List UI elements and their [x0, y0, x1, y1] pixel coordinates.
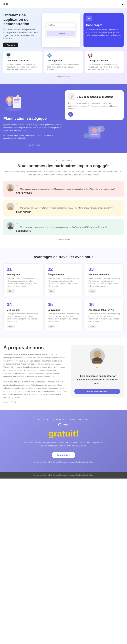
phone-nav-label: Best Chats	[47, 24, 75, 26]
hero-right-text: Duis aute irure dolor in reprehenderit i…	[86, 28, 121, 36]
svg-point-17	[8, 188, 13, 192]
svg-rect-24	[94, 358, 101, 361]
footer: Sample text. Click to Edit the text. Cli…	[0, 472, 127, 478]
card-dev: ⚙️ Développement Duis aute irure dolor i…	[44, 51, 83, 73]
pricing-cta-button[interactable]: Commencez!	[52, 452, 75, 458]
plus-icon: +	[70, 113, 71, 116]
advantages-section: Avantages de travailler avec nous 01 Hau…	[0, 248, 127, 338]
advantage-card-1: 01 Haute qualité Lorem ipsum dolor conse…	[4, 264, 42, 296]
about-right: ❝ I help companies tincidunt tortor aliq…	[71, 345, 123, 403]
footer-text: Sample text. Click to Edit the text. Cli…	[4, 474, 123, 476]
pricing-text: Duis aute irure dolor in reprehenderit i…	[21, 441, 106, 448]
strategic-illustration	[4, 90, 25, 112]
app-store-button[interactable]: App Store	[4, 42, 18, 47]
advantage-title-5: Nouveautés	[48, 309, 80, 311]
advantages-grid: 01 Haute qualité Lorem ipsum dolor conse…	[4, 264, 123, 332]
avatar-3	[7, 222, 14, 230]
svg-point-6	[7, 97, 12, 102]
navbar: logo ≡	[0, 0, 127, 8]
testimonial-card-2: ❝ "Orci varius nunc. Quisque ut diam vel…	[4, 200, 123, 216]
quote-icon-3: ❝	[16, 222, 18, 226]
linkedin-button[interactable]: Prenez-moi sur LinkedIn	[74, 389, 120, 394]
hero-text: Duis aute irure dolor in reprehenderit i…	[4, 28, 38, 40]
card-web-title: Création de sites web	[6, 59, 39, 62]
svg-rect-9	[17, 98, 19, 101]
svg-rect-13	[91, 134, 98, 135]
advantage-text-4: Lorem ipsum dolor consectetur adipiscing…	[7, 312, 39, 323]
advantage-num-5: 05	[48, 302, 80, 307]
purple-left: Planification stratégique Quisque sit am…	[4, 90, 62, 146]
app-store-label: App Store	[7, 44, 15, 46]
avatar-1	[7, 184, 14, 192]
card-dev-title: Développement	[47, 59, 80, 62]
advantage-num-1: 01	[7, 266, 39, 272]
suite-btn-5[interactable]: Suite	[48, 325, 56, 328]
cards-freepik-label: Image de Freepik	[4, 75, 123, 78]
about-card: ❝ I help companies tincidunt tortor aliq…	[71, 345, 123, 398]
advantages-title: Avantages de travailler avec nous	[4, 255, 123, 259]
about-freepik: Image de Freepik	[4, 401, 67, 403]
pricing-title: C'est	[4, 422, 123, 428]
svg-point-14	[98, 126, 105, 132]
advantage-card-4: 04 Meilleur prix Lorem ipsum dolor conse…	[4, 299, 42, 332]
app-illustration	[81, 122, 108, 142]
app-dev-card-text: Développez une application à la demande …	[68, 102, 120, 110]
app-dev-card-icon: 💡	[68, 93, 75, 100]
hero-left: Obtenez une application de démonstration…	[4, 13, 38, 47]
testimonials-freepik: Images de Freepik	[4, 238, 123, 241]
suite-btn-2[interactable]: Suite	[48, 290, 56, 293]
svg-point-18	[9, 204, 12, 207]
card-dev-text: Duis aute irure dolor in voluptate-velit…	[47, 63, 80, 71]
hamburger-icon[interactable]: ≡	[121, 2, 123, 6]
card-brand-text: Duis aute irure dolor in reprehenderit i…	[88, 63, 121, 71]
svg-point-22	[93, 350, 101, 358]
card-brand: 📢 L'image de marque Duis aute irure dolo…	[85, 51, 123, 73]
testimonial-name-3: BOB ROBERTS	[16, 230, 120, 232]
app-dev-card-title: Développement d'applications	[77, 96, 113, 98]
svg-point-21	[8, 226, 13, 230]
avatar-2	[7, 203, 14, 210]
advantage-card-6: 06 Assistance 24h/24 et 7j/7 Lorem ipsum…	[85, 299, 123, 332]
testimonial-name-2: CELIA ALMEDA	[16, 211, 120, 213]
dev-icon: ⚙️	[47, 53, 80, 58]
pricing-free: gratuit!	[4, 428, 123, 438]
app-dev-card-btn[interactable]: +	[68, 112, 73, 117]
hero-section: Obtenez une application de démonstration…	[0, 8, 127, 84]
about-text2: Quis viverra nibh cras pulvinar mattis. …	[4, 380, 67, 399]
linkedin-btn-label: Prenez-moi sur LinkedIn	[87, 390, 107, 392]
suite-btn-1[interactable]: Suite	[7, 290, 15, 293]
advantage-card-3: 03 Résultats étonnants Lorem ipsum dolor…	[85, 264, 123, 296]
testimonials-title: Nous sommes des partenaires experts enga…	[4, 163, 123, 168]
code-icon: ⌨️	[86, 16, 92, 22]
svg-point-15	[83, 133, 89, 138]
about-quote-icon: ❝	[96, 366, 98, 372]
advantage-num-6: 06	[88, 302, 120, 307]
svg-point-19	[8, 207, 13, 210]
advantage-text-2: Lorem ipsum dolor consectetur adipiscing…	[48, 277, 80, 288]
about-section: À propos de nous Sample text. Click to E…	[0, 338, 127, 410]
advantage-text-3: Lorem ipsum dolor consectetur adipiscing…	[88, 277, 120, 288]
purple-title: Planification stratégique	[4, 116, 62, 121]
app-dev-card: 💡 Développement d'applications Développe…	[65, 90, 123, 120]
hero-title: Obtenez une application de démonstration	[4, 13, 38, 26]
suite-btn-4[interactable]: Suite	[7, 325, 15, 328]
testimonials-subtitle: Nous accordons une grande importance aux…	[4, 170, 123, 176]
testimonial-name-1: NAT REYNOLDS	[16, 192, 120, 194]
testimonials-section: TÉMOIGNAGES Nous sommes des partenaires …	[0, 153, 127, 248]
quote-icon-1: ❝	[16, 184, 18, 188]
testimonials-tag: TÉMOIGNAGES	[4, 160, 123, 162]
advantage-num-3: 03	[88, 266, 120, 272]
suite-btn-6[interactable]: Suite	[88, 325, 96, 328]
suite-btn-3[interactable]: Suite	[88, 290, 96, 293]
quote-icon-2: ❝	[16, 203, 18, 206]
pricing-sub: Sample text. Click to Edit the text. Cli…	[4, 461, 123, 463]
pricing-btn-label: Commencez!	[57, 454, 70, 456]
advantage-title-3: Résultats étonnants	[88, 273, 120, 276]
purple-text2: Lorem enim misal conubia nostra lorem ip…	[4, 134, 62, 140]
pricing-tag: Tarification simple et transparente	[4, 418, 123, 420]
card-web-text: Duis aute irure dolor in reprehenderit i…	[6, 63, 39, 71]
testimonial-text-2: "Orci varius nunc. Quisque ut diam vel q…	[16, 206, 120, 210]
purple-right: 💡 Développement d'applications Développe…	[65, 90, 123, 143]
advantage-card-5: 05 Nouveautés Lorem ipsum dolor consecte…	[44, 299, 83, 332]
hero-right-title: Code propre	[86, 24, 121, 27]
